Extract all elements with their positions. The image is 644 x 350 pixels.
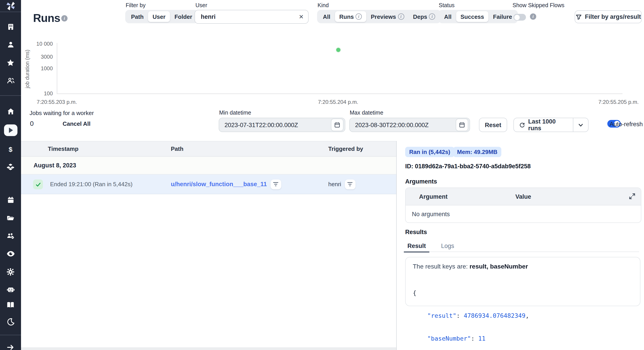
sidebar-item-settings[interactable] [0,264,21,279]
tab-result[interactable]: Result [404,240,430,251]
cancel-all-button[interactable]: Cancel All [62,120,90,127]
funnel-icon [576,14,582,20]
min-datetime-label: Min datetime [219,110,251,116]
success-status-badge [33,179,43,189]
chevron-down-icon [578,122,584,128]
status-label: Status [439,2,454,9]
sidebar-logo[interactable] [0,0,21,12]
docs-icon [6,301,15,308]
page-title: Runs [33,12,60,25]
filter-by-folder[interactable]: Folder [170,11,196,22]
refresh-runs-button[interactable]: Last 1000 runs [514,118,573,132]
json-value-result: 4786934.076482349 [464,312,526,319]
runs-info-icon[interactable]: i [61,15,68,22]
result-box: The result keys are: result, baseNumber … [405,257,640,306]
col-path[interactable]: Path [171,141,183,156]
sidebar-item-workspace[interactable] [0,19,21,35]
runs-count-dropdown[interactable] [573,118,588,132]
robot-icon [6,286,15,293]
show-skipped-info-icon[interactable]: i [530,14,536,20]
runs-table-header: Timestamp Path Triggered by [21,141,396,157]
sidebar-item-home[interactable] [0,104,21,119]
result-json: { "result": 4786934.076482349, "baseNumb… [413,274,633,350]
moon-icon [6,318,14,326]
max-datetime-input[interactable]: 2023-08-30T22:00:00.000Z [349,118,470,132]
run-triggered-by: henri [328,181,341,188]
building-icon [6,23,14,31]
run-path-link[interactable]: u/henri/slow_function___base_11 [171,181,267,188]
min-datetime-input[interactable]: 2023-07-31T22:00:00.000Z [219,118,345,132]
col-triggered-by[interactable]: Triggered by [328,141,363,156]
date-group-label: August 8, 2023 [34,162,76,169]
sidebar-item-dark-mode[interactable] [0,314,21,329]
show-skipped-toggle[interactable] [514,14,526,21]
kind-deps-info-icon[interactable]: i [429,14,435,20]
sidebar-item-docs[interactable] [0,297,21,312]
sidebar-item-workers[interactable] [0,228,21,243]
run-id: ID: 0189d62a-79a1-bba2-5740-a5dab9e5f258 [405,163,531,170]
sidebar-item-runs[interactable] [0,123,21,138]
status-all[interactable]: All [440,11,456,22]
sidebar-item-audit[interactable] [0,246,21,261]
max-datetime-calendar-button[interactable] [456,119,468,131]
show-skipped-label: Show Skipped Flows [512,2,564,9]
filter-by-user[interactable]: User [148,11,170,22]
kind-runs-info-icon[interactable]: i [356,14,362,20]
user-input-value: henri [201,14,299,20]
user-filter-label: User [196,2,207,9]
sidebar-item-folders[interactable] [0,210,21,226]
kind-deps[interactable]: Depsi [408,11,440,22]
json-key-result: "result" [427,312,456,319]
expand-arguments-button[interactable] [629,193,636,201]
kind-all[interactable]: All [318,11,335,22]
sidebar-item-pricing[interactable]: $ [0,141,21,157]
filter-by-path[interactable]: Path [126,11,148,22]
user-search-input[interactable]: henri ✕ [194,10,308,24]
star-icon [6,58,15,67]
home-icon [6,107,14,116]
status-success[interactable]: Success [456,11,488,22]
chart-y-axis [57,43,57,94]
sidebar-item-user[interactable] [0,37,21,52]
sidebar-item-resources[interactable] [0,159,21,175]
chart-x-axis [57,94,622,94]
filter-by-path-chip[interactable] [270,179,281,189]
status-failure[interactable]: Failure [488,11,516,22]
ytick-1000: 1000 [31,65,53,72]
xtick-left: 7:20:55.203 p.m. [37,99,77,105]
runs-icon [9,128,13,133]
sidebar-item-favorites[interactable] [0,55,21,70]
chart-data-point[interactable] [336,48,341,52]
kind-previews-info-icon[interactable]: i [398,14,404,20]
jobs-waiting-count: 0 [30,120,34,127]
sidebar-item-schedules[interactable] [0,192,21,208]
ytick-10000: 10 000 [31,41,53,47]
sidebar-collapse-button[interactable] [0,340,21,350]
results-title: Results [405,229,427,235]
result-keys: result, baseNumber [470,263,528,270]
table-bottom-scrollbar[interactable] [21,347,396,350]
reset-button[interactable]: Reset [479,118,507,132]
col-timestamp[interactable]: Timestamp [48,141,78,156]
clear-user-icon[interactable]: ✕ [299,14,304,20]
sidebar-item-groups[interactable] [0,73,21,88]
filter-by-label: Filter by [126,2,146,9]
groups-icon [6,77,15,85]
pricing-icon: $ [9,145,12,153]
expand-icon [629,193,636,200]
run-row[interactable]: Ended 19:21:00 (Ran in 5,442s) u/henri/s… [21,175,396,194]
check-icon [35,181,41,187]
value-col: Value [406,193,641,200]
min-datetime-calendar-button[interactable] [331,119,344,131]
filter-args-button[interactable]: Filter by args/result [575,10,642,23]
tab-logs[interactable]: Logs [438,240,458,251]
sidebar: $ [0,0,21,350]
folder-icon [6,214,15,222]
sidebar-item-ai[interactable] [0,282,21,297]
json-key-basenumber: "baseNumber" [427,335,471,342]
kind-runs[interactable]: Runsi [335,11,366,22]
chart-y-axis-title: job duration (ms) [20,53,27,84]
kind-previews[interactable]: Previewsi [366,11,408,22]
ytick-100: 100 [31,90,53,97]
filter-by-user-chip[interactable] [345,179,356,189]
